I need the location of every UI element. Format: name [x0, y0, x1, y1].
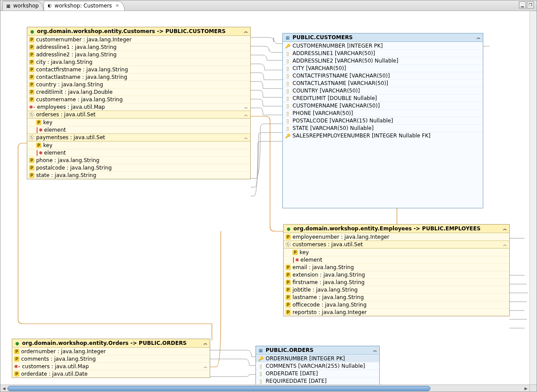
column-row[interactable]: ▯REQUIREDDATE [DATE] — [256, 377, 379, 385]
property-row[interactable]: Ppostalcode : java.lang.String — [27, 164, 250, 171]
column-label: CUSTOMERNAME [VARCHAR(50)] — [293, 103, 380, 109]
col-icon: ▯ — [285, 88, 291, 94]
column-row[interactable]: 🔑ORDERNUMBER [INTEGER PK] — [256, 355, 379, 362]
property-label: officecode : java.lang.String — [293, 302, 507, 308]
prop-icon: P — [285, 287, 291, 292]
col-icon: ▯ — [285, 110, 291, 116]
property-label: customers : java.util.Map — [22, 363, 201, 370]
property-row[interactable]: ┃✱element — [284, 256, 509, 263]
column-row[interactable]: ▯COMMENTS [VARCHAR(255) Nullable] — [256, 362, 379, 370]
property-row[interactable]: ┃✱element — [27, 126, 250, 133]
property-row[interactable]: Pcustomername : java.lang.String — [27, 96, 250, 103]
column-row[interactable]: ▯PHONE [VARCHAR(50)] — [283, 109, 483, 117]
diagram-canvas[interactable]: ● org.domain.workshop.entity.Customers -… — [0, 11, 537, 385]
column-row[interactable]: ▯CREDITLIMIT [DOUBLE Nullable] — [283, 94, 483, 102]
property-row[interactable]: Pphone : java.lang.String — [27, 156, 250, 164]
scroll-right-button[interactable]: ▶ — [522, 385, 530, 392]
property-label: customername : java.lang.String — [36, 96, 248, 103]
chevron-up-icon[interactable]: ︽ — [502, 242, 507, 247]
entity-customers[interactable]: ● org.domain.workshop.entity.Customers -… — [27, 27, 251, 179]
entity-employees[interactable]: ● org.domain.workshop.entity.Employees -… — [283, 224, 510, 316]
property-label: customerses : java.util.Set — [293, 241, 500, 248]
property-row[interactable]: Pjobtitle : java.lang.String — [284, 286, 509, 293]
vertical-scrollbar[interactable] — [530, 11, 537, 385]
set-icon: ↻ — [29, 112, 34, 117]
property-row[interactable]: Pstate : java.lang.String — [27, 171, 250, 179]
horizontal-scrollbar[interactable]: ◀ ▶ — [0, 385, 530, 392]
property-row[interactable]: ↻paymentses : java.util.Set︽ — [27, 133, 250, 141]
property-row[interactable]: Pextension : java.lang.String — [284, 271, 509, 278]
property-label: creditlimit : java.lang.Double — [36, 89, 248, 95]
property-row[interactable]: ✱⁃employees : java.util.Map︽ — [27, 103, 250, 111]
table-public-customers[interactable]: ▦ PUBLIC.CUSTOMERS ︽ 🔑CUSTOMERNUMBER [IN… — [282, 33, 483, 208]
col-icon: ▯ — [285, 95, 291, 101]
chevron-up-icon[interactable]: ︽ — [203, 340, 208, 346]
tab-workshop[interactable]: ▦ workshop — [2, 1, 44, 11]
property-row[interactable]: Pemail : java.lang.String — [284, 263, 509, 271]
property-row[interactable]: Pcontactfirstname : java.lang.String — [27, 66, 250, 73]
prop-icon: P — [285, 280, 291, 285]
property-row[interactable]: Pofficecode : java.lang.String — [284, 301, 509, 308]
table-icon: ▦ — [285, 34, 291, 41]
property-row[interactable]: Paddressline1 : java.lang.String — [27, 43, 250, 51]
column-row[interactable]: ▯COUNTRY [VARCHAR(50)] — [283, 87, 483, 94]
column-row[interactable]: ▯STATE [VARCHAR(50) Nullable] — [283, 124, 483, 132]
column-row[interactable]: 🔑CUSTOMERNUMBER [INTEGER PK] — [283, 42, 483, 49]
property-label: element — [300, 257, 322, 263]
property-row[interactable]: Pordernumber : java.lang.Integer — [12, 348, 210, 355]
property-row[interactable]: Pcountry : java.lang.String — [27, 81, 250, 88]
column-label: REQUIREDDATE [DATE] — [266, 378, 326, 384]
property-row[interactable]: ✱⁃customers : java.util.Map︽ — [12, 362, 210, 370]
property-row[interactable]: Pcomments : java.lang.String — [12, 355, 210, 362]
property-row[interactable]: Porderdate : java.util.Date — [12, 370, 210, 377]
table-public-orders[interactable]: ▦ PUBLIC.ORDERS ︽ 🔑ORDERNUMBER [INTEGER … — [256, 346, 380, 385]
column-row[interactable]: ▯CONTACTFIRSTNAME [VARCHAR(50)] — [283, 72, 483, 79]
property-row[interactable]: Pkey — [27, 141, 250, 149]
entity-orders[interactable]: ● org.domain.workshop.entity.Orders -> P… — [12, 339, 210, 378]
close-icon[interactable]: ✕ — [115, 3, 120, 8]
chevron-up-icon[interactable]: ︽ — [372, 348, 378, 353]
property-row[interactable]: ↻orderses : java.util.Set︽ — [27, 111, 250, 118]
tab-workshop-customers[interactable]: ◐ workshop: Customers ✕ — [44, 1, 125, 11]
property-row[interactable]: Paddressline2 : java.lang.String — [27, 51, 250, 58]
chevron-up-icon[interactable]: ︽ — [243, 112, 248, 117]
property-row[interactable]: ↻customerses : java.util.Set︽ — [284, 240, 509, 248]
chevron-up-icon[interactable]: ︽ — [476, 35, 481, 40]
prop-icon: P — [36, 143, 41, 148]
column-label: ADDRESSLINE1 [VARCHAR(50)] — [293, 50, 375, 56]
property-row[interactable]: Pkey — [27, 118, 250, 126]
minimize-button[interactable]: ▁ — [519, 1, 526, 8]
scroll-left-button[interactable]: ◀ — [0, 385, 7, 392]
column-row[interactable]: ▯CONTACTLASTNAME [VARCHAR(50)] — [283, 79, 483, 87]
column-row[interactable]: 🔑SALESREPEMPLOYEENUMBER [INTEGER Nullabl… — [283, 132, 483, 139]
column-label: COUNTRY [VARCHAR(50)] — [293, 88, 360, 94]
property-row[interactable]: Pfirstname : java.lang.String — [284, 278, 509, 286]
property-row[interactable]: Pcustomernumber : java.lang.Integer — [27, 36, 250, 43]
property-row[interactable]: Preportsto : java.lang.Integer — [284, 308, 509, 316]
prop-icon: P — [14, 356, 19, 362]
scroll-thumb[interactable] — [7, 386, 430, 391]
property-row[interactable]: Pcity : java.lang.String — [27, 58, 250, 66]
column-row[interactable]: ▯POSTALCODE [VARCHAR(15) Nullable] — [283, 117, 483, 124]
column-row[interactable]: ▯ADDRESSLINE1 [VARCHAR(50)] — [283, 49, 483, 57]
property-label: state : java.lang.String — [36, 172, 248, 178]
maximize-button[interactable]: ❐ — [527, 1, 534, 8]
column-row[interactable]: ▯CITY [VARCHAR(50)] — [283, 64, 483, 72]
prop-icon: P — [285, 272, 291, 277]
property-row[interactable]: Pcreditlimit : java.lang.Double — [27, 88, 250, 96]
col-icon: ▯ — [285, 65, 291, 71]
property-row[interactable]: Pemployeenumber : java.lang.Integer — [284, 233, 509, 240]
chevron-up-icon[interactable]: ︽ — [502, 226, 507, 231]
property-row[interactable]: Pcontactlastname : java.lang.String — [27, 73, 250, 81]
chevron-up-icon[interactable]: ︽ — [203, 364, 208, 369]
property-label: email : java.lang.String — [293, 264, 507, 270]
chevron-up-icon[interactable]: ︽ — [243, 135, 248, 140]
property-row[interactable]: ┃✱element — [27, 149, 250, 156]
chevron-up-icon[interactable]: ︽ — [243, 29, 248, 34]
property-row[interactable]: Plastname : java.lang.String — [284, 293, 509, 301]
chevron-up-icon[interactable]: ︽ — [243, 104, 248, 110]
column-row[interactable]: ▯CUSTOMERNAME [VARCHAR(50)] — [283, 102, 483, 109]
column-row[interactable]: ▯ADDRESSLINE2 [VARCHAR(50) Nullable] — [283, 57, 483, 64]
column-row[interactable]: ▯ORDERDATE [DATE] — [256, 370, 379, 377]
property-row[interactable]: Pkey — [284, 248, 509, 256]
